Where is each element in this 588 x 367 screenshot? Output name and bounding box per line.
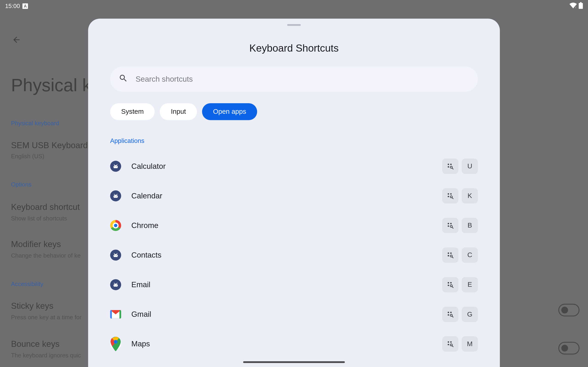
svg-text:!: ! xyxy=(575,6,576,8)
svg-point-12 xyxy=(116,196,117,196)
letter-key: U xyxy=(462,159,478,174)
svg-point-8 xyxy=(448,166,449,168)
search-container[interactable] xyxy=(110,67,478,92)
sheet-drag-handle[interactable] xyxy=(287,24,301,26)
shortcut-row: CalculatorU xyxy=(110,151,478,181)
svg-point-38 xyxy=(450,312,451,313)
svg-point-44 xyxy=(448,341,449,343)
svg-point-31 xyxy=(116,285,117,285)
modifier-keys-item[interactable]: Modifier keys xyxy=(11,240,61,249)
svg-point-46 xyxy=(448,344,449,345)
keyboard-shortcuts-item[interactable]: Keyboard shortcut xyxy=(11,202,80,212)
svg-line-29 xyxy=(452,257,453,258)
svg-point-15 xyxy=(448,196,449,197)
keyboard-shortcuts-sheet: Keyboard Shortcuts System Input Open app… xyxy=(88,19,500,367)
app-name: Gmail xyxy=(131,310,432,319)
svg-point-20 xyxy=(448,225,449,227)
bounce-keys-toggle[interactable] xyxy=(558,342,579,354)
svg-line-10 xyxy=(452,168,453,169)
letter-key: M xyxy=(462,336,478,351)
svg-point-27 xyxy=(448,255,449,257)
svg-point-32 xyxy=(448,282,449,284)
svg-rect-3 xyxy=(580,2,582,3)
android-app-icon xyxy=(110,161,121,172)
search-icon xyxy=(119,74,128,85)
section-accessibility: Accessibility xyxy=(11,281,43,287)
chrome-app-icon xyxy=(110,220,121,231)
letter-key: G xyxy=(462,307,478,322)
android-app-icon xyxy=(110,279,121,290)
section-applications: Applications xyxy=(110,137,145,144)
letter-key: K xyxy=(462,188,478,203)
shortcut-row: CalendarK xyxy=(110,181,478,211)
sticky-keys-sub: Press one key at a time for xyxy=(11,314,82,321)
tab-open-apps[interactable]: Open apps xyxy=(202,103,257,120)
keyboard-language-indicator-icon: A xyxy=(23,3,28,9)
app-name: Calendar xyxy=(131,192,432,200)
modifier-keys-sub: Change the behavior of ke xyxy=(11,252,81,259)
gesture-nav-bar[interactable] xyxy=(243,361,345,363)
shortcut-row: GmailG xyxy=(110,300,478,329)
modifier-search-key-icon xyxy=(442,336,458,351)
svg-line-48 xyxy=(452,346,453,347)
letter-key: C xyxy=(462,248,478,263)
status-time: 15:00 xyxy=(5,2,20,9)
modifier-search-key-icon xyxy=(442,159,458,174)
svg-point-11 xyxy=(115,196,115,196)
bounce-keys-item[interactable]: Bounce keys xyxy=(11,339,60,349)
letter-key: B xyxy=(462,218,478,233)
svg-line-22 xyxy=(452,227,453,228)
modifier-search-key-icon xyxy=(442,188,458,203)
shortcut-row: EmailE xyxy=(110,270,478,300)
svg-point-25 xyxy=(448,252,449,254)
modifier-search-key-icon xyxy=(442,307,458,322)
app-name: Calculator xyxy=(131,162,432,171)
status-bar: 15:00 A ! xyxy=(0,0,588,12)
svg-point-45 xyxy=(450,341,451,343)
keyboard-shortcuts-sub: Show list of shortcuts xyxy=(11,215,67,222)
svg-point-30 xyxy=(115,285,115,285)
back-arrow-icon[interactable] xyxy=(12,35,21,46)
letter-key: E xyxy=(462,277,478,292)
shortcut-row: ChromeB xyxy=(110,211,478,240)
sheet-title: Keyboard Shortcuts xyxy=(88,42,500,54)
app-name: Maps xyxy=(131,340,432,348)
wifi-icon: ! xyxy=(569,2,577,9)
modifier-search-key-icon xyxy=(442,277,458,292)
bounce-keys-sub: The keyboard ignores quic xyxy=(11,352,81,359)
svg-point-13 xyxy=(448,193,449,195)
shortcut-row: MapsM xyxy=(110,329,478,359)
svg-point-14 xyxy=(450,193,451,195)
svg-point-4 xyxy=(115,166,115,167)
app-name: Contacts xyxy=(131,251,432,260)
app-name: Chrome xyxy=(131,221,432,230)
tabs: System Input Open apps xyxy=(110,103,257,120)
svg-point-19 xyxy=(450,223,451,224)
sticky-keys-item[interactable]: Sticky keys xyxy=(11,301,53,311)
svg-point-39 xyxy=(448,314,449,316)
svg-point-34 xyxy=(448,285,449,286)
svg-line-41 xyxy=(452,316,453,317)
sticky-keys-toggle[interactable] xyxy=(558,304,579,316)
android-app-icon xyxy=(110,250,121,261)
tab-input[interactable]: Input xyxy=(160,103,197,120)
android-app-icon xyxy=(110,190,121,201)
keyboard-name[interactable]: SEM USB Keyboard xyxy=(11,140,88,150)
section-options: Options xyxy=(11,181,32,188)
maps-app-icon xyxy=(110,338,121,349)
svg-point-37 xyxy=(448,312,449,313)
app-name: Email xyxy=(131,280,432,289)
svg-point-23 xyxy=(115,255,115,256)
svg-line-36 xyxy=(452,286,453,288)
section-physical-keyboard: Physical keyboard xyxy=(11,120,59,127)
svg-point-33 xyxy=(450,282,451,284)
keyboard-language: English (US) xyxy=(11,153,44,160)
applications-list: CalculatorUCalendarKChromeBContactsCEmai… xyxy=(110,151,478,359)
svg-point-24 xyxy=(116,255,117,256)
tab-system[interactable]: System xyxy=(110,103,155,120)
svg-rect-2 xyxy=(579,3,583,9)
search-input[interactable] xyxy=(136,75,469,84)
svg-point-5 xyxy=(116,166,117,167)
modifier-search-key-icon xyxy=(442,248,458,263)
svg-point-18 xyxy=(448,223,449,224)
